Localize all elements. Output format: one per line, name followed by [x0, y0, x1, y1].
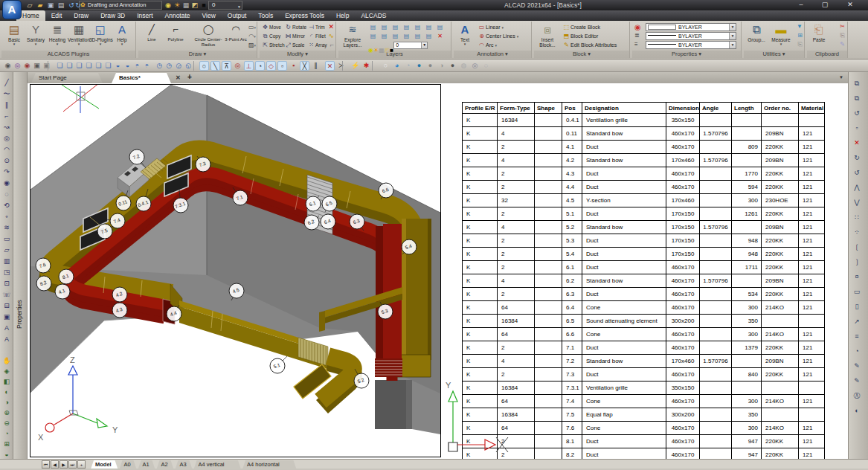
- left-tool-icon-7[interactable]: ⊙: [1, 156, 12, 166]
- left-tool-icon-8[interactable]: ↷: [1, 167, 12, 177]
- ribbon-button-sanitary[interactable]: YSanitary▾: [25, 22, 47, 46]
- right-tool-icon-13[interactable]: ¤: [852, 271, 862, 282]
- sun-icon[interactable]: ☀: [173, 1, 181, 10]
- layer-select[interactable]: 0▼: [393, 42, 428, 49]
- left-tool-icon-15[interactable]: ▱: [1, 245, 12, 255]
- clock3-icon[interactable]: ◶: [174, 61, 184, 71]
- properties-side-tab[interactable]: Properties: [13, 72, 28, 459]
- layer-tool-icon[interactable]: ▤: [424, 23, 434, 31]
- right-tool-icon-2[interactable]: ↺: [852, 108, 862, 118]
- layer-tool-icon[interactable]: ▤: [379, 32, 389, 40]
- view-top-icon[interactable]: ❏: [55, 61, 65, 71]
- render4-icon[interactable]: ●: [414, 61, 424, 71]
- sheet-nav-2[interactable]: ▶: [60, 460, 68, 469]
- snap-tangent-icon[interactable]: ◔: [255, 61, 265, 71]
- clock2-icon[interactable]: ◷: [164, 61, 174, 71]
- ribbon-button-rotate[interactable]: ↻Rotate: [284, 23, 307, 32]
- snap-off-icon[interactable]: ✕: [325, 61, 335, 71]
- view-sw-icon[interactable]: ◒: [113, 61, 123, 71]
- left-tool-icon-30[interactable]: ⊕: [1, 408, 12, 418]
- run-icon[interactable]: ⚡: [350, 61, 360, 71]
- render10-icon[interactable]: ◌: [481, 61, 491, 71]
- open-folder-icon[interactable]: ▰: [36, 1, 45, 10]
- layer-tool-icon[interactable]: ▤: [435, 23, 445, 31]
- ribbon-button-linear[interactable]: ▭Linear ▾: [478, 23, 530, 32]
- close-button[interactable]: ✕: [842, 1, 858, 10]
- view-nw-icon[interactable]: ◓: [142, 61, 152, 71]
- color-swatch-icon[interactable]: ■: [199, 1, 208, 10]
- left-tool-icon-21[interactable]: ▣: [1, 312, 12, 322]
- visibility2-icon[interactable]: ◎: [13, 61, 22, 71]
- left-tool-icon-13[interactable]: ≋: [1, 223, 12, 233]
- right-tool-icon-22[interactable]: ◐: [852, 405, 862, 416]
- left-tool-icon-28[interactable]: ◐: [1, 387, 12, 397]
- menu-insert[interactable]: Insert: [131, 10, 158, 21]
- snap-mid-icon[interactable]: ⊼: [222, 61, 231, 71]
- ribbon-button-insert-block[interactable]: ⧈Insert Block...: [536, 22, 559, 48]
- ribbon-button-line[interactable]: ╱Line: [140, 22, 164, 42]
- menu-tools[interactable]: Tools: [252, 10, 279, 21]
- right-tool-icon-17[interactable]: ≡: [852, 331, 862, 341]
- menu-output[interactable]: Output: [222, 10, 253, 21]
- render7-icon[interactable]: ●: [448, 61, 457, 71]
- menu-help[interactable]: Help: [330, 10, 355, 21]
- snap-line-icon[interactable]: ╲: [210, 61, 220, 71]
- snap-node-icon[interactable]: ▫: [277, 61, 287, 71]
- camera-icon[interactable]: ▣: [32, 61, 42, 71]
- ribbon-button-arc[interactable]: ◠Arc ▾: [478, 41, 530, 50]
- ribbon-button-trim[interactable]: ⊣Trim: [307, 23, 330, 32]
- snap-quad-icon[interactable]: ◇: [266, 61, 276, 71]
- rect-tool-icon[interactable]: ▭▾: [248, 24, 257, 30]
- layer-tool-icon[interactable]: ▤: [402, 23, 411, 31]
- render9-icon[interactable]: ◎: [470, 61, 480, 71]
- wand-icon[interactable]: ∿: [328, 32, 334, 39]
- ribbon-button-paste[interactable]: ⎗Paste: [808, 22, 829, 42]
- left-tool-icon-27[interactable]: ◧: [1, 377, 12, 387]
- right-tool-icon-6[interactable]: ↺: [852, 167, 862, 178]
- save-icon[interactable]: ▣: [46, 1, 55, 10]
- sheet-nav-4[interactable]: +: [77, 460, 86, 469]
- workspace-dropdown[interactable]: ✿Drafting and Annotation: [79, 1, 162, 10]
- ribbon-button-polyline[interactable]: ⌐Polyline: [164, 22, 187, 42]
- ribbon-button-3-point-arc[interactable]: ◠3-Point Arc: [225, 22, 247, 42]
- left-tool-icon-5[interactable]: ◎: [1, 134, 12, 144]
- right-tool-icon-9[interactable]: ∷: [852, 212, 862, 222]
- left-tool-icon-11[interactable]: ⟲: [1, 201, 12, 210]
- view-back-icon[interactable]: ❏: [103, 61, 113, 71]
- ribbon-button-mirror[interactable]: ⋈Mirror: [284, 32, 307, 41]
- ribbon-button-circle-center-radius[interactable]: ◯Circle Center-Radius: [192, 22, 225, 48]
- property-combo-0[interactable]: BYLAYER▼: [646, 23, 736, 31]
- ribbon-button-text[interactable]: AText▾: [455, 22, 475, 46]
- app-logo[interactable]: A: [2, 0, 22, 19]
- layer-tool-icon[interactable]: ▤: [413, 23, 422, 31]
- clock1-icon[interactable]: ◷: [155, 61, 164, 71]
- render2-icon[interactable]: ◕: [392, 61, 402, 71]
- ribbon-button-edit-block-attributes[interactable]: ✎Edit Block Attributes: [562, 41, 629, 50]
- property-combo-2[interactable]: BYLAYER▼: [646, 41, 736, 49]
- render1-icon[interactable]: ○: [381, 61, 390, 71]
- tab-close-icon[interactable]: ✕: [176, 74, 181, 81]
- view-left-icon[interactable]: ❏: [74, 61, 84, 71]
- left-tool-icon-23[interactable]: A: [1, 335, 12, 344]
- layer-tool-icon[interactable]: ✕: [435, 32, 445, 40]
- ribbon-button-move[interactable]: ✥Move: [261, 23, 284, 32]
- ribbon-button-array[interactable]: ⁙Array: [307, 41, 330, 50]
- left-tool-icon-2[interactable]: ∥: [1, 100, 12, 110]
- doc-tab-start-page[interactable]: Start Page: [31, 73, 103, 83]
- ribbon-button-center-lines[interactable]: ⊕Center Lines ▾: [478, 32, 530, 41]
- snap-track-icon[interactable]: ≻: [336, 61, 346, 71]
- ribbon-button-heating[interactable]: ≣Heating▾: [46, 22, 68, 46]
- menu-draw[interactable]: Draw: [68, 10, 94, 21]
- snap-par-icon[interactable]: ∥: [311, 61, 321, 71]
- left-tool-icon-19[interactable]: ☏: [1, 290, 12, 300]
- menu-alcads[interactable]: ALCADS: [355, 10, 392, 21]
- copy-icon[interactable]: ⎘: [840, 32, 845, 39]
- snap-circle-icon[interactable]: ○: [199, 61, 209, 71]
- layer-tool-icon[interactable]: ▤: [368, 23, 378, 31]
- right-tool-icon-19[interactable]: ✎: [852, 361, 862, 371]
- left-tool-icon-3[interactable]: ⌐: [1, 112, 12, 121]
- layer-tool-icon[interactable]: ▤: [368, 32, 378, 40]
- sheet-nav-0[interactable]: ⏮: [42, 460, 50, 469]
- sheet-nav-1[interactable]: ◀: [51, 460, 59, 469]
- redo-icon[interactable]: ↻: [74, 1, 83, 10]
